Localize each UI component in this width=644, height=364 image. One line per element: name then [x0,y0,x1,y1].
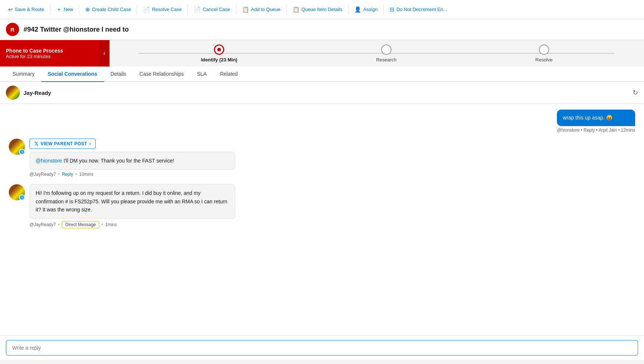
create-child-case-button[interactable]: ⊕ Create Child Case [80,0,136,19]
step-identify-circle [214,44,224,55]
incoming-2-text: Hi! I'm following up on my request for a… [36,190,227,213]
add-to-queue-icon: 📋 [242,6,249,13]
step-research: Research [376,44,397,63]
case-header: R #942 Twitter @hionstore I need to [0,19,644,40]
toolbar-divider-4 [187,4,188,15]
save-route-button[interactable]: ↩ Save & Route [3,0,49,19]
incoming-1-avatar: 𝕏 [9,139,25,155]
tabs-bar: Summary Social Converations Details Case… [0,67,644,82]
resolve-case-icon: 📄 [143,6,150,13]
step-research-label: Research [376,57,397,63]
message-incoming-2: 𝕏 Hi! I'm following up on my request for… [9,184,635,228]
incoming-1-content: 𝕏 VIEW PARENT POST › @hionstore I'll DM … [29,139,635,177]
outgoing-text: wrap this up asap. 😝 [563,115,612,121]
conv-avatar [6,86,20,100]
view-parent-chevron-icon: › [89,141,91,146]
conv-name: Jay-Ready [24,90,51,96]
message-incoming-1: 𝕏 𝕏 VIEW PARENT POST › @hionstore I'll D… [9,139,635,177]
do-not-decrement-button[interactable]: ⊟ Do Not Decrement En... [384,0,452,19]
incoming-1-text: I'll DM you now. Thank you for the FAST … [62,158,174,164]
process-bar: Phone to Case Process Active for 23 minu… [0,40,644,67]
toolbar-divider-1 [50,4,50,15]
step-resolve: Resolve [535,44,552,63]
queue-item-details-button[interactable]: 📋 Queue Item Details [287,0,347,19]
reply-input[interactable] [6,340,638,356]
conversation-header: Jay-Ready ↻ [0,82,644,104]
incoming-2-user: @JayReady7 [29,222,56,227]
outgoing-meta: @hionstore • Reply • Arpit Jain • 12mins [557,128,635,133]
incoming-2-meta: @JayReady7 • Direct Message • 1mins [29,221,635,228]
tab-details[interactable]: Details [104,67,133,82]
reply-area [0,335,644,360]
tab-sla[interactable]: SLA [190,67,213,82]
new-icon: ＋ [56,6,62,13]
conv-header-actions: ↻ [633,89,638,97]
toolbar-divider-8 [383,4,384,15]
resolve-case-button[interactable]: 📄 Resolve Case [138,0,187,19]
messages-area: wrap this up asap. 😝 @hionstore • Reply … [0,104,644,335]
toolbar-divider-3 [137,4,137,15]
incoming-1-bubble: @hionstore I'll DM you now. Thank you fo… [29,152,235,169]
cancel-case-button[interactable]: 📄 Cancel Case [189,0,235,19]
message-outgoing: wrap this up asap. 😝 @hionstore • Reply … [9,110,635,133]
queue-item-icon: 📋 [293,6,300,13]
incoming-1-user: @JayReady7 [29,172,56,177]
outgoing-bubble: wrap this up asap. 😝 [557,110,635,126]
incoming-2-content: Hi! I'm following up on my request for a… [29,184,635,228]
conv-avatar-image [6,86,20,100]
toolbar-divider-7 [348,4,348,15]
assign-button[interactable]: 👤 Assign [349,0,383,19]
process-alert-subtitle: Active for 23 minutes [6,54,93,59]
refresh-icon[interactable]: ↻ [633,89,638,97]
process-steps: Identify (23 Min) Research Resolve [110,44,644,63]
main-content: Jay-Ready ↻ wrap this up asap. 😝 @hionst… [0,82,644,360]
incoming-1-mention: @hionstore [36,158,62,164]
step-resolve-label: Resolve [535,57,552,63]
create-child-icon: ⊕ [85,6,90,13]
assign-icon: 👤 [354,6,361,13]
new-button[interactable]: ＋ New [51,0,78,19]
process-alert-title: Phone to Case Process [6,48,93,54]
tab-social-conversations[interactable]: Social Converations [41,67,104,82]
incoming-1-twitter-badge: 𝕏 [19,149,25,155]
incoming-1-meta: @JayReady7 • Reply • 10mins [29,172,635,177]
toolbar-divider-2 [79,4,79,15]
incoming-2-avatar: 𝕏 [9,184,25,200]
view-parent-post-button[interactable]: 𝕏 VIEW PARENT POST › [29,139,96,149]
incoming-2-twitter-badge: 𝕏 [19,195,25,200]
incoming-1-reply-link[interactable]: Reply [62,172,73,177]
incoming-2-bubble: Hi! I'm following up on my request for a… [29,184,235,218]
step-resolve-circle [539,44,549,55]
tab-summary[interactable]: Summary [6,67,41,82]
tab-case-relationships[interactable]: Case Relationships [133,67,190,82]
incoming-1-time: 10mins [79,172,93,177]
step-identify-label: Identify (23 Min) [201,57,237,63]
save-route-icon: ↩ [8,6,13,13]
outgoing-bubble-block: wrap this up asap. 😝 @hionstore • Reply … [557,110,635,133]
toolbar-divider-6 [286,4,287,15]
direct-message-badge: Direct Message [62,221,99,228]
process-collapse-button[interactable]: ‹ [99,40,110,67]
conversation-container: Jay-Ready ↻ wrap this up asap. 😝 @hionst… [0,82,644,360]
add-to-queue-button[interactable]: 📋 Add to Queue [237,0,286,19]
incoming-2-time: 1mins [105,222,117,227]
step-identify: Identify (23 Min) [201,44,237,63]
do-not-decrement-icon: ⊟ [390,6,394,13]
tab-related[interactable]: Related [213,67,244,82]
process-alert: Phone to Case Process Active for 23 minu… [0,40,99,67]
view-parent-twitter-icon: 𝕏 [34,141,39,147]
toolbar-divider-5 [236,4,236,15]
toolbar: ↩ Save & Route ＋ New ⊕ Create Child Case… [0,0,644,19]
step-research-circle [381,44,391,55]
cancel-case-icon: 📄 [194,6,201,13]
view-parent-label: VIEW PARENT POST [41,141,87,146]
case-title: #942 Twitter @hionstore I need to [24,26,129,33]
case-avatar: R [6,23,19,36]
